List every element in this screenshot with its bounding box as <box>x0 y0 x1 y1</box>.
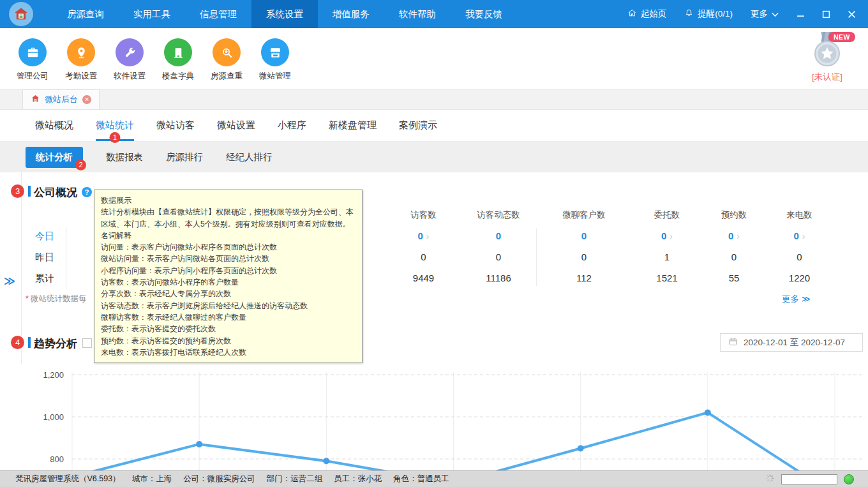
toolbar-item-label: 软件设置 <box>114 71 146 82</box>
tooltip-line: 访客动态数：表示客户浏览房源后给经纪人推送的访客动态数 <box>101 300 355 311</box>
house-search-icon <box>213 38 241 66</box>
nav-tab[interactable]: 微站概况 <box>35 110 73 141</box>
step-badge: 1 <box>110 132 121 143</box>
nav-tab-label: 微站访客 <box>156 119 195 131</box>
sub-tab[interactable]: 数据报表 <box>106 151 143 163</box>
maximize-button[interactable] <box>813 0 839 28</box>
tooltip-line: 微站访问量：表示客户访问微站各页面的总计次数 <box>101 253 355 264</box>
stats-value: 0 <box>766 246 833 267</box>
stats-value: 55 <box>702 267 766 288</box>
stats-value[interactable]: 0› <box>766 225 833 246</box>
statusbar-segment: 角色：普通员工 <box>393 474 449 484</box>
stats-column-header: 微聊客户数 <box>536 204 632 225</box>
stats-value: 0 <box>461 246 536 267</box>
trend-checkbox[interactable] <box>82 338 92 348</box>
nav-tab-label: 微站概况 <box>35 119 73 131</box>
workspace-tab-label: 微站后台 <box>45 94 78 105</box>
app-logo-icon[interactable] <box>9 2 33 26</box>
menu-item-label: 系统设置 <box>266 9 303 19</box>
workspace-tab[interactable]: 微站后台 ✕ <box>22 89 100 109</box>
nav-tab[interactable]: 微站设置 <box>217 110 255 141</box>
sub-tab[interactable]: 经纪人排行 <box>226 151 273 163</box>
nav-tab-label: 微站统计 <box>96 119 134 131</box>
menu-item[interactable]: 系统设置 <box>251 0 318 28</box>
toolbar-items: 管理公司 考勤设置 软件设置 楼盘字典 房源查重 微站管理 <box>0 28 868 82</box>
titlebar: 房源查询 实用工具 信息管理 系统设置 增值服务 软件帮助 我要反馈 起始页 提… <box>0 0 868 28</box>
main-content: 3 公司概况 ? 今日 昨日 累计 分享次数00490访客数0›09449访客动… <box>0 172 868 364</box>
sidebar-expand-button[interactable]: ≫ <box>4 274 15 288</box>
more-link[interactable]: 更多 ≫ <box>782 294 811 305</box>
trend-chart-area: 8001,0001,200 <box>0 364 868 487</box>
sub-tab[interactable]: 统计分析 2 <box>26 147 83 168</box>
stats-value[interactable]: 0› <box>632 225 702 246</box>
stats-value[interactable]: 0› <box>702 225 766 246</box>
tooltip-line: 访客数：表示访问微站小程序的客户数量 <box>101 276 355 288</box>
connection-status-icon <box>844 474 854 484</box>
stats-column: 来电数0›01220 <box>766 204 833 288</box>
nav-tab-label: 小程序 <box>278 119 306 131</box>
toolbar-item[interactable]: 考勤设置 <box>57 28 105 82</box>
stats-row-label[interactable]: 今日 <box>35 225 54 246</box>
close-button[interactable] <box>839 0 864 28</box>
y-axis-tick-label: 800 <box>50 454 64 464</box>
toolbar-item[interactable]: 管理公司 <box>8 28 57 82</box>
menu-item[interactable]: 增值服务 <box>318 0 384 28</box>
tab-close-icon[interactable]: ✕ <box>82 95 91 104</box>
home-button[interactable]: 起始页 <box>618 0 676 28</box>
minimize-button[interactable] <box>788 0 813 28</box>
toolbar-item-label: 楼盘字典 <box>162 71 194 82</box>
section-accent-bar <box>28 337 31 348</box>
location-pin-icon <box>67 38 95 66</box>
chevron-right-icon: › <box>426 231 430 241</box>
chevron-right-icon: › <box>670 231 673 241</box>
y-axis-tick-label: 1,000 <box>43 412 64 422</box>
menu-item-label: 增值服务 <box>333 9 370 19</box>
toolbar-item[interactable]: 微站管理 <box>251 28 299 82</box>
stats-row-label[interactable]: 昨日 <box>35 246 54 267</box>
toolbar-item[interactable]: 软件设置 <box>105 28 154 82</box>
more-menu-button[interactable]: 更多 <box>742 0 788 28</box>
statusbar: 梵讯房屋管理系统（V6.593） 城市：上海 公司：微服实房公司 部门：运营二组… <box>0 470 868 487</box>
menu-item[interactable]: 软件帮助 <box>384 0 451 28</box>
toolbar-item-label: 考勤设置 <box>65 71 97 82</box>
spinner-icon <box>765 474 775 485</box>
certification-widget[interactable]: NEW [未认证] <box>803 31 851 83</box>
stats-value: 0 <box>461 225 536 246</box>
alerts-button[interactable]: 提醒(0/1) <box>675 0 742 28</box>
stats-value: 1220 <box>766 267 833 288</box>
house-icon <box>31 94 40 105</box>
toolbar-item[interactable]: 楼盘字典 <box>154 28 202 82</box>
date-range-picker[interactable]: 2020-12-01 至 2020-12-07 <box>720 333 863 352</box>
tooltip-line: 委托数：表示访客提交的委托次数 <box>101 323 355 334</box>
nav-tab[interactable]: 微站访客 <box>156 110 195 141</box>
stats-row-label[interactable]: 累计 <box>35 267 54 288</box>
stats-value: 0 <box>536 246 632 267</box>
stats-value: 0 <box>702 246 766 267</box>
alerts-label: 提醒(0/1) <box>698 8 733 20</box>
sub-tab[interactable]: 房源排行 <box>166 151 203 163</box>
nav-tab[interactable]: 小程序 <box>278 110 306 141</box>
wrench-icon <box>116 38 144 66</box>
nav-tab-label: 新楼盘管理 <box>329 119 377 131</box>
nav-tab[interactable]: 微站统计 1 <box>96 110 134 141</box>
stats-value: 11186 <box>461 267 536 288</box>
statusbar-input[interactable] <box>781 474 837 484</box>
menu-item-label: 信息管理 <box>200 9 237 19</box>
nav-tab[interactable]: 新楼盘管理 <box>329 110 377 141</box>
menu-item[interactable]: 实用工具 <box>119 0 185 28</box>
toolbar-item[interactable]: 房源查重 <box>202 28 251 82</box>
nav-tab[interactable]: 案例演示 <box>399 110 437 141</box>
menu-item[interactable]: 我要反馈 <box>451 0 517 28</box>
help-tooltip: 数据展示 统计分析模块由【查看微站统计】权限确定，按照权限等级分为全公司、本区域… <box>94 190 363 363</box>
more-menu-label: 更多 <box>751 8 768 20</box>
stats-value[interactable]: 0› <box>386 225 461 246</box>
sub-tab-label: 经纪人排行 <box>226 152 273 162</box>
step-badge: 2 <box>75 160 86 170</box>
statusbar-segments: 梵讯房屋管理系统（V6.593） 城市：上海 公司：微服实房公司 部门：运营二组… <box>15 474 449 484</box>
menu-item[interactable]: 房源查询 <box>52 0 119 28</box>
stats-column: 访客数0›09449 <box>386 204 461 288</box>
menu-item[interactable]: 信息管理 <box>185 0 251 28</box>
sub-tab-label: 数据报表 <box>106 152 143 162</box>
menu-item-label: 实用工具 <box>133 9 170 19</box>
help-icon[interactable]: ? <box>82 187 92 197</box>
